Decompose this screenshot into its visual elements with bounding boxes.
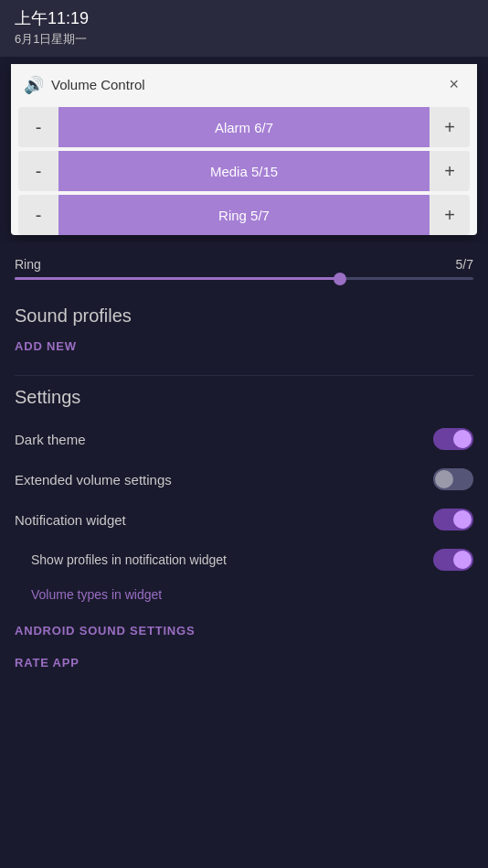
show-profiles-toggle[interactable] <box>433 549 473 571</box>
ring-slider-label-row: Ring 5/7 <box>15 257 473 272</box>
ring-value: 5/7 <box>456 257 473 272</box>
show-profiles-row: Show profiles in notification widget <box>15 540 473 580</box>
ring-slider-section: Ring 5/7 <box>15 242 473 295</box>
rate-app-button[interactable]: RATE APP <box>15 648 80 677</box>
media-row: - Media 5/15 + <box>18 151 470 191</box>
add-new-button[interactable]: ADD NEW <box>15 336 77 357</box>
alarm-plus-button[interactable]: + <box>430 107 470 147</box>
ring-slider-track[interactable] <box>15 277 473 280</box>
notification-widget-row: Notification widget <box>15 499 473 540</box>
ring-slider-fill <box>15 277 340 280</box>
ring-plus-button[interactable]: + <box>430 195 470 235</box>
status-date: 6月1日星期一 <box>15 31 473 48</box>
volume-popup: 🔊 Volume Control × - Alarm 6/7 + - Media… <box>11 64 477 235</box>
ring-minus-button[interactable]: - <box>18 195 58 235</box>
status-bar: 上午11:19 6月1日星期一 <box>0 0 488 57</box>
notification-widget-toggle-thumb <box>453 510 472 529</box>
settings-title: Settings <box>15 387 473 408</box>
notification-widget-label: Notification widget <box>15 512 126 528</box>
volume-icon: 🔊 <box>24 75 44 95</box>
ring-bar: Ring 5/7 <box>58 195 430 235</box>
extended-volume-toggle[interactable] <box>433 468 473 490</box>
volume-popup-header: 🔊 Volume Control × <box>11 64 477 103</box>
dark-theme-label: Dark theme <box>15 432 86 447</box>
show-profiles-label: Show profiles in notification widget <box>31 552 227 567</box>
media-minus-button[interactable]: - <box>18 151 58 191</box>
alarm-bar: Alarm 6/7 <box>58 107 430 147</box>
extended-volume-row: Extended volume settings <box>15 459 473 499</box>
sound-profiles-title: Sound profiles <box>15 305 473 327</box>
ring-label: Ring <box>15 257 41 272</box>
dark-theme-row: Dark theme <box>15 419 473 459</box>
media-plus-button[interactable]: + <box>430 151 470 191</box>
status-time: 上午11:19 <box>15 7 473 29</box>
ring-row: - Ring 5/7 + <box>18 195 470 235</box>
dark-theme-toggle-thumb <box>453 430 472 448</box>
media-bar: Media 5/15 <box>58 151 430 191</box>
notification-widget-toggle[interactable] <box>433 509 473 530</box>
ring-slider-thumb <box>334 273 346 285</box>
close-button[interactable]: × <box>443 73 464 96</box>
extended-volume-label: Extended volume settings <box>15 472 172 488</box>
volume-popup-title-row: 🔊 Volume Control <box>24 75 145 95</box>
alarm-row: - Alarm 6/7 + <box>18 107 470 147</box>
volume-types-link[interactable]: Volume types in widget <box>15 580 473 609</box>
extended-volume-toggle-thumb <box>435 470 453 488</box>
main-content: Ring 5/7 Sound profiles ADD NEW Settings… <box>0 242 488 677</box>
dark-theme-toggle[interactable] <box>433 428 473 450</box>
android-sound-settings-button[interactable]: ANDROID SOUND SETTINGS <box>15 616 195 645</box>
show-profiles-toggle-thumb <box>453 551 472 569</box>
alarm-minus-button[interactable]: - <box>18 107 58 147</box>
volume-popup-title: Volume Control <box>51 77 145 92</box>
divider-1 <box>15 375 473 376</box>
